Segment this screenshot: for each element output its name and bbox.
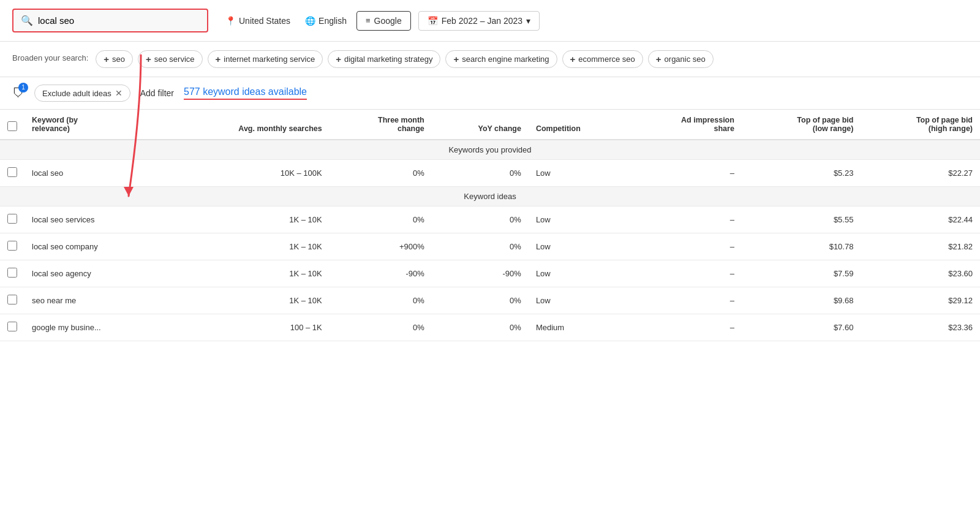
plus-icon: + bbox=[570, 54, 576, 64]
chip-internet-marketing[interactable]: +internet marketing service bbox=[208, 50, 323, 68]
bid-low-cell: $10.78 bbox=[742, 233, 861, 260]
keyword-cell: local seo company bbox=[24, 233, 165, 260]
three-month-cell: -90% bbox=[330, 260, 432, 287]
row-checkbox[interactable] bbox=[7, 268, 17, 278]
table-row: local seo company 1K – 10K +900% 0% Low … bbox=[0, 233, 980, 260]
bid-low-cell: $7.60 bbox=[742, 314, 861, 341]
avg-monthly-cell: 1K – 10K bbox=[165, 260, 330, 287]
search-box[interactable]: 🔍 bbox=[12, 9, 208, 32]
plus-icon: + bbox=[104, 54, 109, 64]
calendar-icon: 📅 bbox=[428, 16, 438, 26]
chip-seo[interactable]: +seo bbox=[96, 50, 133, 68]
keyword-count: 577 keyword ideas available bbox=[184, 86, 307, 100]
ad-impression-cell: – bbox=[628, 160, 742, 187]
row-checkbox[interactable] bbox=[7, 167, 17, 177]
bid-low-cell: $5.23 bbox=[742, 160, 861, 187]
row-checkbox-cell[interactable] bbox=[0, 233, 24, 260]
three-month-cell: 0% bbox=[330, 160, 432, 187]
chip-label: seo bbox=[112, 55, 125, 64]
chip-seo-service[interactable]: +seo service bbox=[138, 50, 203, 68]
th-select-all[interactable] bbox=[0, 110, 24, 140]
avg-monthly-cell: 10K – 100K bbox=[165, 160, 330, 187]
row-checkbox[interactable] bbox=[7, 241, 17, 251]
table-wrap: Keyword (byrelevance) Avg. monthly searc… bbox=[0, 110, 980, 341]
add-filter-button[interactable]: Add filter bbox=[140, 88, 174, 98]
ad-impression-cell: – bbox=[628, 206, 742, 233]
section-ideas-header: Keyword ideas bbox=[0, 187, 980, 206]
ad-impression-cell: – bbox=[628, 260, 742, 287]
section-provided-header: Keywords you provided bbox=[0, 140, 980, 160]
bid-high-cell: $22.27 bbox=[861, 160, 980, 187]
plus-icon: + bbox=[146, 54, 151, 64]
language-control[interactable]: 🌐 English bbox=[300, 12, 352, 29]
row-checkbox[interactable] bbox=[7, 295, 17, 304]
table-row: local seo 10K – 100K 0% 0% Low – $5.23 $… bbox=[0, 160, 980, 187]
bid-low-cell: $5.55 bbox=[742, 206, 861, 233]
bid-high-cell: $23.60 bbox=[861, 260, 980, 287]
select-all-checkbox[interactable] bbox=[7, 121, 17, 131]
filter-badge: 1 bbox=[18, 83, 28, 93]
th-yoy: YoY change bbox=[432, 110, 529, 140]
bid-high-cell: $22.44 bbox=[861, 206, 980, 233]
chip-organic-seo[interactable]: +organic seo bbox=[648, 50, 714, 68]
chip-label: seo service bbox=[154, 55, 195, 64]
chip-search-engine-marketing[interactable]: +search engine marketing bbox=[445, 50, 557, 68]
row-checkbox-cell[interactable] bbox=[0, 260, 24, 287]
avg-monthly-cell: 100 – 1K bbox=[165, 314, 330, 341]
chip-label: ecommerce seo bbox=[578, 55, 635, 64]
location-icon: 📍 bbox=[225, 16, 236, 26]
section-ideas-label: Keyword ideas bbox=[0, 187, 980, 206]
th-bid-high: Top of page bid(high range) bbox=[861, 110, 980, 140]
bid-low-cell: $7.59 bbox=[742, 260, 861, 287]
plus-icon: + bbox=[336, 54, 341, 64]
row-checkbox[interactable] bbox=[7, 322, 17, 331]
competition-cell: Low bbox=[529, 260, 628, 287]
language-icon: 🌐 bbox=[305, 16, 315, 26]
exclude-adult-filter[interactable]: Exclude adult ideas ✕ bbox=[34, 85, 130, 102]
row-checkbox-cell[interactable] bbox=[0, 314, 24, 341]
google-button[interactable]: ≡ Google bbox=[356, 11, 411, 31]
plus-icon: + bbox=[453, 54, 459, 64]
bid-high-cell: $23.36 bbox=[861, 314, 980, 341]
yoy-cell: 0% bbox=[432, 287, 529, 314]
avg-monthly-cell: 1K – 10K bbox=[165, 206, 330, 233]
avg-monthly-cell: 1K – 10K bbox=[165, 287, 330, 314]
bid-high-cell: $29.12 bbox=[861, 287, 980, 314]
header-controls: 📍 United States 🌐 English ≡ Google 📅 Feb… bbox=[221, 11, 540, 31]
competition-cell: Low bbox=[529, 160, 628, 187]
keyword-cell: local seo services bbox=[24, 206, 165, 233]
table-row: local seo services 1K – 10K 0% 0% Low – … bbox=[0, 206, 980, 233]
location-control[interactable]: 📍 United States bbox=[221, 12, 295, 29]
chevron-down-icon: ▾ bbox=[526, 16, 530, 26]
row-checkbox-cell[interactable] bbox=[0, 287, 24, 314]
date-range-button[interactable]: 📅 Feb 2022 – Jan 2023 ▾ bbox=[418, 11, 540, 31]
chip-digital-marketing[interactable]: +digital marketing strategy bbox=[328, 50, 440, 68]
competition-cell: Low bbox=[529, 233, 628, 260]
row-checkbox[interactable] bbox=[7, 214, 17, 224]
filter-icon-wrap[interactable]: ⛉ 1 bbox=[12, 86, 24, 100]
keyword-table: Keyword (byrelevance) Avg. monthly searc… bbox=[0, 110, 980, 341]
language-label: English bbox=[318, 16, 347, 26]
row-checkbox-cell[interactable] bbox=[0, 206, 24, 233]
search-input[interactable] bbox=[38, 15, 200, 26]
filter-chip-label: Exclude adult ideas bbox=[42, 89, 111, 98]
chip-label: search engine marketing bbox=[462, 55, 549, 64]
keyword-cell: seo near me bbox=[24, 287, 165, 314]
chip-ecommerce-seo[interactable]: +ecommerce seo bbox=[562, 50, 643, 68]
search-icon: 🔍 bbox=[21, 15, 33, 26]
keyword-cell: google my busine... bbox=[24, 314, 165, 341]
yoy-cell: 0% bbox=[432, 206, 529, 233]
broaden-chips: +seo +seo service +internet marketing se… bbox=[96, 50, 714, 68]
table-row: local seo agency 1K – 10K -90% -90% Low … bbox=[0, 260, 980, 287]
broaden-label: Broaden your search: bbox=[12, 50, 88, 64]
table-header-row: Keyword (byrelevance) Avg. monthly searc… bbox=[0, 110, 980, 140]
yoy-cell: 0% bbox=[432, 233, 529, 260]
bid-high-cell: $21.82 bbox=[861, 233, 980, 260]
competition-cell: Low bbox=[529, 206, 628, 233]
chip-label: digital marketing strategy bbox=[344, 55, 433, 64]
plus-icon: + bbox=[656, 54, 662, 64]
three-month-cell: 0% bbox=[330, 314, 432, 341]
row-checkbox-cell[interactable] bbox=[0, 160, 24, 187]
close-icon[interactable]: ✕ bbox=[115, 88, 123, 98]
keyword-cell: local seo bbox=[24, 160, 165, 187]
